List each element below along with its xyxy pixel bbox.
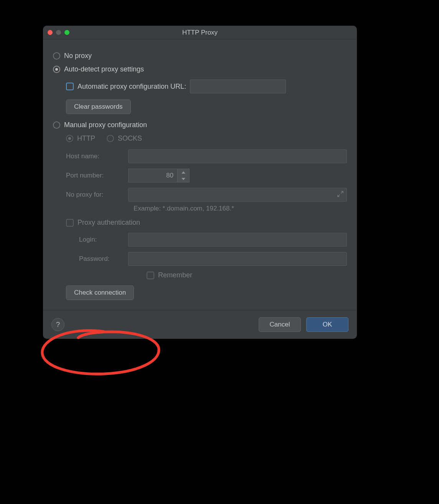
password-row: Password: [79,252,347,266]
proxy-auth-label: Proxy authentication [78,219,140,227]
manual-label: Manual proxy configuration [64,121,147,129]
password-input[interactable] [128,252,347,266]
cancel-label: Cancel [270,321,290,328]
ok-button[interactable]: OK [306,317,348,332]
window-controls [48,30,69,35]
remember-label: Remember [158,271,192,279]
close-icon[interactable] [48,30,53,35]
help-icon: ? [56,321,60,329]
chevron-down-icon[interactable] [178,176,189,182]
auto-url-label: Automatic proxy configuration URL: [78,83,186,91]
radio-icon [53,52,60,60]
port-number-input[interactable]: 80 [128,169,190,182]
window-title: HTTP Proxy [43,29,357,36]
clear-passwords-button[interactable]: Clear passwords [66,99,131,114]
host-name-input[interactable] [128,149,347,163]
chevron-up-icon[interactable] [178,169,189,176]
auto-url-row: Automatic proxy configuration URL: [66,80,347,93]
port-number-label: Port number: [66,172,123,179]
auto-detect-option[interactable]: Auto-detect proxy settings [53,65,347,73]
no-proxy-for-label: No proxy for: [66,191,123,199]
ok-label: OK [323,321,332,328]
radio-icon [66,135,73,142]
cancel-button[interactable]: Cancel [259,317,301,332]
auto-url-checkbox[interactable] [66,83,74,90]
radio-icon [107,135,114,142]
titlebar: HTTP Proxy [43,26,357,40]
no-proxy-example: Example: *.domain.com, 192.168.* [134,205,347,212]
dialog-footer: ? Cancel OK [43,310,357,339]
http-proxy-dialog: HTTP Proxy No proxy Auto-detect proxy se… [43,26,357,339]
socks-label: SOCKS [118,134,142,143]
expand-icon[interactable] [337,191,343,199]
password-label: Password: [79,255,123,263]
auto-url-input[interactable] [190,80,286,93]
port-stepper[interactable] [177,169,190,182]
check-connection-button[interactable]: Check connection [66,285,134,300]
proxy-auth-row[interactable]: Proxy authentication [66,219,347,227]
remember-checkbox[interactable] [147,272,154,279]
maximize-icon[interactable] [64,30,69,35]
radio-icon [53,121,60,129]
clear-passwords-label: Clear passwords [74,103,123,111]
http-label: HTTP [77,134,95,143]
no-proxy-label: No proxy [64,52,92,60]
socks-protocol-option[interactable]: SOCKS [107,134,142,143]
host-name-label: Host name: [66,153,123,160]
no-proxy-for-input[interactable] [128,188,347,202]
login-input[interactable] [128,233,347,247]
check-connection-label: Check connection [74,289,126,297]
auto-detect-label: Auto-detect proxy settings [64,65,144,73]
no-proxy-option[interactable]: No proxy [53,52,347,60]
minimize-icon[interactable] [56,30,61,35]
manual-option[interactable]: Manual proxy configuration [53,121,347,129]
dialog-content: No proxy Auto-detect proxy settings Auto… [43,40,357,310]
radio-icon [53,66,60,73]
login-label: Login: [79,236,123,244]
no-proxy-for-row: No proxy for: [66,188,347,202]
remember-row[interactable]: Remember [147,271,347,279]
help-button[interactable]: ? [51,318,64,331]
login-row: Login: [79,233,347,247]
port-number-value: 80 [128,169,177,182]
http-protocol-option[interactable]: HTTP [66,134,95,143]
host-name-row: Host name: [66,149,347,163]
port-number-row: Port number: 80 [66,169,347,182]
proxy-auth-checkbox[interactable] [66,219,74,227]
